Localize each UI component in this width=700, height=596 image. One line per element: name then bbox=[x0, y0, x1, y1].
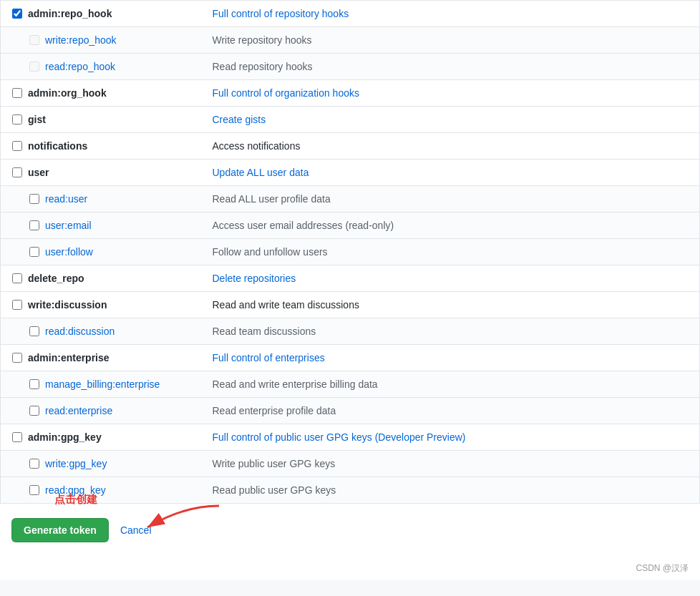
sub-scope-name-label: read:user bbox=[45, 193, 87, 205]
cancel-link[interactable]: Cancel bbox=[120, 524, 152, 536]
scope-row-sub: read:enterpriseRead enterprise profile d… bbox=[1, 398, 700, 424]
sub-scope-name-label: read:discussion bbox=[45, 326, 115, 337]
sub-scope-checkbox-user_email[interactable] bbox=[29, 220, 39, 230]
sub-scope-description: Read enterprise profile data bbox=[201, 398, 700, 424]
scope-checkbox-write_discussion[interactable] bbox=[12, 300, 22, 310]
scope-row-sub: manage_billing:enterpriseRead and write … bbox=[1, 371, 700, 398]
scope-desc-text: Update ALL user data bbox=[213, 167, 309, 178]
sub-scope-checkbox-wrapper: user:email bbox=[29, 220, 190, 231]
sub-scope-description: Write public user GPG keys bbox=[201, 451, 700, 477]
scope-row-main: admin:gpg_keyFull control of public user… bbox=[1, 424, 700, 451]
sub-scope-checkbox-write_gpg_key[interactable] bbox=[29, 459, 39, 469]
scope-checkbox-admin_repo_hook[interactable] bbox=[12, 9, 22, 19]
sub-scope-name-label: read:repo_hook bbox=[45, 61, 115, 72]
sub-scope-checkbox-wrapper: read:user bbox=[29, 193, 190, 205]
scope-description: Full control of enterprises bbox=[201, 345, 700, 371]
scope-description: Read and write team discussions bbox=[201, 292, 700, 318]
scope-checkbox-wrapper: user bbox=[12, 167, 190, 178]
scope-name-label: delete_repo bbox=[28, 273, 84, 284]
scope-name-label: admin:enterprise bbox=[28, 352, 110, 363]
scope-desc-text: Full control of enterprises bbox=[213, 352, 325, 363]
sub-scope-name-label: read:gpg_key bbox=[45, 484, 106, 496]
scope-description: Update ALL user data bbox=[201, 160, 700, 186]
scope-row-sub: user:followFollow and unfollow users bbox=[1, 239, 700, 265]
scope-name-label: admin:gpg_key bbox=[28, 431, 102, 443]
scope-name-label: user bbox=[28, 167, 49, 178]
sub-scope-name-label: manage_billing:enterprise bbox=[45, 378, 160, 390]
sub-scope-description: Read and write enterprise billing data bbox=[201, 371, 700, 398]
sub-scope-checkbox-wrapper: write:gpg_key bbox=[29, 458, 190, 469]
actions-row: 点击创建 Generate token Cancel bbox=[0, 504, 700, 557]
scope-desc-text: Full control of organization hooks bbox=[213, 87, 359, 99]
scope-checkbox-notifications[interactable] bbox=[12, 141, 22, 151]
sub-scope-checkbox-read_enterprise[interactable] bbox=[29, 406, 39, 416]
scope-row-sub: user:emailAccess user email addresses (r… bbox=[1, 212, 700, 239]
scope-desc-text: Full control of repository hooks bbox=[213, 8, 349, 19]
scope-checkbox-wrapper: notifications bbox=[12, 140, 190, 152]
scope-name-label: write:discussion bbox=[28, 299, 107, 311]
sub-scope-checkbox-wrapper: read:discussion bbox=[29, 326, 190, 337]
scope-row-main: delete_repoDelete repositories bbox=[1, 265, 700, 292]
arrow-icon bbox=[140, 499, 226, 534]
scope-checkbox-wrapper: write:discussion bbox=[12, 299, 190, 311]
scope-name-label: admin:org_hook bbox=[28, 87, 107, 99]
scope-description: Full control of public user GPG keys (De… bbox=[201, 424, 700, 451]
scope-checkbox-delete_repo[interactable] bbox=[12, 273, 22, 283]
sub-scope-checkbox-wrapper: read:gpg_key bbox=[29, 484, 190, 496]
scope-row-sub: write:gpg_keyWrite public user GPG keys bbox=[1, 451, 700, 477]
scope-desc-extra: (Developer Preview) bbox=[372, 431, 466, 443]
sub-scope-checkbox-user_follow[interactable] bbox=[29, 247, 39, 257]
watermark: CSDN @汉泽 bbox=[0, 557, 700, 580]
sub-scope-checkbox-read_user[interactable] bbox=[29, 194, 39, 204]
scope-checkbox-wrapper: admin:org_hook bbox=[12, 87, 190, 99]
scope-name-label: gist bbox=[28, 114, 46, 125]
scope-checkbox-admin_gpg_key[interactable] bbox=[12, 432, 22, 442]
sub-scope-checkbox-wrapper: read:repo_hook bbox=[29, 61, 190, 72]
scope-description: Create gists bbox=[201, 107, 700, 133]
sub-scope-description: Follow and unfollow users bbox=[201, 239, 700, 265]
scope-description: Access notifications bbox=[201, 133, 700, 160]
sub-scope-checkbox-wrapper: write:repo_hook bbox=[29, 34, 190, 46]
scope-row-main: notificationsAccess notifications bbox=[1, 133, 700, 160]
scope-checkbox-user[interactable] bbox=[12, 167, 22, 177]
scope-row-sub: read:userRead ALL user profile data bbox=[1, 186, 700, 212]
scope-description: Full control of organization hooks bbox=[201, 80, 700, 107]
page-container: admin:repo_hookFull control of repositor… bbox=[0, 0, 700, 580]
scope-checkbox-wrapper: admin:enterprise bbox=[12, 352, 190, 363]
scope-description: Full control of repository hooks bbox=[201, 1, 700, 27]
sub-scope-description: Read public user GPG keys bbox=[201, 477, 700, 504]
sub-scope-name-label: write:repo_hook bbox=[45, 34, 117, 46]
scope-row-sub: read:gpg_keyRead public user GPG keys bbox=[1, 477, 700, 504]
sub-scope-name-label: user:follow bbox=[45, 246, 93, 258]
scope-row-main: admin:enterpriseFull control of enterpri… bbox=[1, 345, 700, 371]
scope-checkbox-wrapper: admin:repo_hook bbox=[12, 8, 190, 19]
sub-scope-description: Read ALL user profile data bbox=[201, 186, 700, 212]
scope-row-main: userUpdate ALL user data bbox=[1, 160, 700, 186]
sub-scope-checkbox-manage_billing_enterprise[interactable] bbox=[29, 379, 39, 389]
sub-scope-checkbox-read_repo_hook bbox=[29, 62, 39, 72]
scope-row-main: admin:org_hookFull control of organizati… bbox=[1, 80, 700, 107]
scope-checkbox-wrapper: admin:gpg_key bbox=[12, 431, 190, 443]
sub-scope-checkbox-write_repo_hook bbox=[29, 35, 39, 45]
scope-checkbox-admin_enterprise[interactable] bbox=[12, 353, 22, 363]
scope-row-sub: write:repo_hookWrite repository hooks bbox=[1, 27, 700, 54]
scope-desc-text: Delete repositories bbox=[213, 273, 296, 284]
sub-scope-checkbox-read_discussion[interactable] bbox=[29, 326, 39, 336]
sub-scope-checkbox-read_gpg_key[interactable] bbox=[29, 485, 39, 495]
scope-checkbox-gist[interactable] bbox=[12, 114, 22, 124]
scope-checkbox-admin_org_hook[interactable] bbox=[12, 88, 22, 98]
sub-scope-checkbox-wrapper: manage_billing:enterprise bbox=[29, 378, 190, 390]
scope-row-main: write:discussionRead and write team disc… bbox=[1, 292, 700, 318]
scope-row-sub: read:repo_hookRead repository hooks bbox=[1, 54, 700, 80]
scope-description: Delete repositories bbox=[201, 265, 700, 292]
generate-token-button[interactable]: Generate token bbox=[11, 518, 109, 542]
sub-scope-description: Write repository hooks bbox=[201, 27, 700, 54]
sub-scope-name-label: write:gpg_key bbox=[45, 458, 107, 469]
sub-scope-name-label: read:enterprise bbox=[45, 405, 112, 416]
scope-desc-text: Full control of public user GPG keys bbox=[213, 431, 372, 443]
sub-scope-name-label: user:email bbox=[45, 220, 92, 231]
scope-checkbox-wrapper: delete_repo bbox=[12, 273, 190, 284]
sub-scope-description: Access user email addresses (read-only) bbox=[201, 212, 700, 239]
sub-scope-description: Read repository hooks bbox=[201, 54, 700, 80]
scope-name-label: admin:repo_hook bbox=[28, 8, 112, 19]
